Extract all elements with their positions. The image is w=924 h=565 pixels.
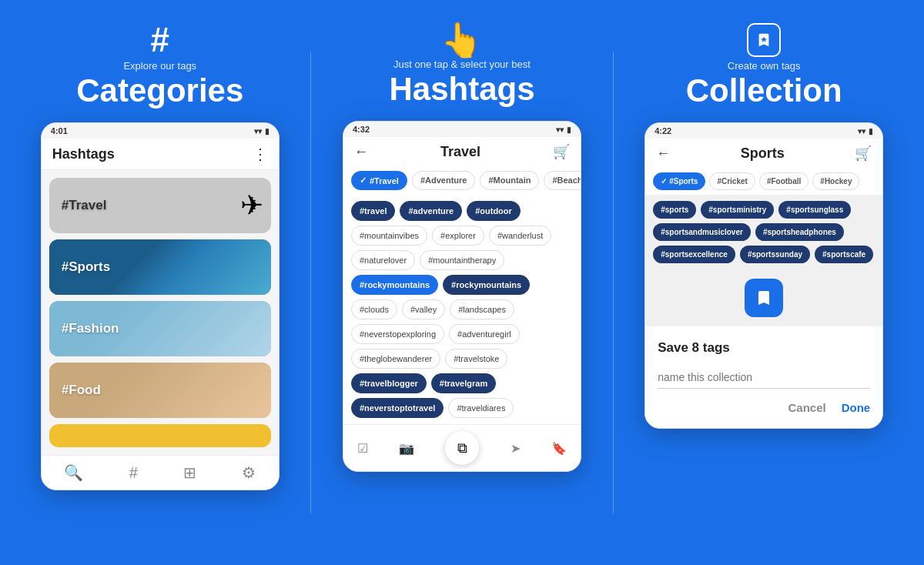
cart-icon-3[interactable]: 🛒 xyxy=(855,145,872,162)
divider-2 xyxy=(613,52,614,513)
sports-tab-label: #Sports xyxy=(669,177,698,186)
tag-travelgram[interactable]: #travelgram xyxy=(431,373,496,393)
status-bar-1: 4:01 ▾▾ ▮ xyxy=(42,123,279,139)
collection-header: Create own tags Collection xyxy=(686,23,842,109)
cart-icon-2[interactable]: 🛒 xyxy=(553,143,570,160)
status-icons-3: ▾▾ ▮ xyxy=(858,127,873,135)
tag-neverstopexploring[interactable]: #neverstopexploring xyxy=(351,324,444,344)
hash-nav-icon[interactable]: # xyxy=(129,464,138,482)
save-dialog: Save 8 tags Cancel Done xyxy=(645,326,882,428)
app-title-1: Hashtags xyxy=(52,146,115,162)
sports-tag-1[interactable]: #sportsministry xyxy=(701,201,774,219)
cancel-button[interactable]: Cancel xyxy=(788,401,825,414)
tab-travel-label: #Travel xyxy=(370,176,399,186)
bookmark-action-icon[interactable]: 🔖 xyxy=(551,441,567,456)
tab-beach[interactable]: #Beach xyxy=(544,171,581,190)
tab-bar-2: ✓ #Travel #Adventure #Mountain #Beach xyxy=(343,166,581,195)
category-fashion[interactable]: #Fashion xyxy=(49,301,271,356)
category-travel-label: #Travel xyxy=(49,198,107,213)
hashtags-section: 👆 Just one tap & select your best Hashta… xyxy=(323,23,601,472)
category-fashion-label: #Fashion xyxy=(49,321,119,336)
search-nav-icon[interactable]: 🔍 xyxy=(64,463,83,482)
app-title-2: Travel xyxy=(440,144,480,160)
tag-globewanderer[interactable]: #theglobewanderer xyxy=(351,349,440,369)
tag-travelstoke[interactable]: #travelstoke xyxy=(445,349,507,369)
collection-icon xyxy=(747,23,781,57)
sports-tags: #sports #sportsministry #sportsunglass #… xyxy=(645,195,882,269)
tag-rockymountains2[interactable]: #rockymountains xyxy=(443,275,530,295)
tag-travelblogger[interactable]: #travelblogger xyxy=(351,373,427,393)
sports-tag-6[interactable]: #sportssunday xyxy=(740,246,810,263)
collection-title: Collection xyxy=(686,73,842,109)
sports-tab-sports[interactable]: ✓ #Sports xyxy=(653,172,705,190)
tab-travel[interactable]: ✓ #Travel xyxy=(351,171,407,190)
collection-fab[interactable] xyxy=(745,279,783,317)
bookmark-svg xyxy=(755,32,772,48)
back-button-3[interactable]: ← xyxy=(656,145,670,162)
category-sports[interactable]: #Sports xyxy=(49,239,271,295)
sports-tag-4[interactable]: #sportsheadphones xyxy=(755,223,844,241)
tag-landscapes[interactable]: #landscapes xyxy=(450,299,514,319)
tag-traveldiares[interactable]: #traveldiares xyxy=(448,398,514,418)
status-time-1: 4:01 xyxy=(51,126,68,135)
battery-icon-1: ▮ xyxy=(265,127,270,135)
status-bar-3: 4:22 ▾▾ ▮ xyxy=(645,123,882,139)
tag-mountaintherapy[interactable]: #mountaintherapy xyxy=(420,250,504,270)
tab-adventure[interactable]: #Adventure xyxy=(412,171,476,190)
category-food[interactable]: #Food xyxy=(49,363,271,418)
sports-tab-cricket[interactable]: #Cricket xyxy=(709,172,755,190)
back-button-2[interactable]: ← xyxy=(354,144,368,160)
tag-outdoor[interactable]: #outdoor xyxy=(467,201,521,221)
camera-action-icon[interactable]: 📷 xyxy=(399,441,414,456)
categories-title: Categories xyxy=(76,73,243,109)
category-extra xyxy=(49,424,271,447)
travel-plane-icon: ✈ xyxy=(240,189,263,222)
hashtags-content: #travel #adventure #outdoor #mountainvib… xyxy=(343,195,581,424)
sports-tab-bar: ✓ #Sports #Cricket #Football #Hockey xyxy=(645,168,882,195)
tag-adventuregirl[interactable]: #adventuregirl xyxy=(449,324,520,344)
sports-tag-3[interactable]: #sportsandmusiclover xyxy=(653,223,751,241)
categories-list: #Travel ✈ #Sports #Fashion #Food xyxy=(42,170,279,455)
tab-mountain[interactable]: #Mountain xyxy=(480,171,539,190)
save-dialog-title: Save 8 tags xyxy=(658,340,870,356)
tag-wanderlust[interactable]: #wanderlust xyxy=(489,226,551,246)
app-title-3: Sports xyxy=(741,145,785,162)
categories-header: # Explore our tags Categories xyxy=(76,23,243,109)
app-bar-2: ← Travel 🛒 xyxy=(343,137,581,166)
tag-clouds[interactable]: #clouds xyxy=(351,299,397,319)
hash-icon: # xyxy=(151,23,169,57)
tag-explorer[interactable]: #explorer xyxy=(432,226,484,246)
sports-tag-5[interactable]: #sportsexcellence xyxy=(653,246,735,263)
status-time-3: 4:22 xyxy=(654,126,671,135)
app-bar-3: ← Sports 🛒 xyxy=(645,139,882,168)
tag-valley[interactable]: #valley xyxy=(402,299,445,319)
tag-naturelover[interactable]: #naturelover xyxy=(351,250,415,270)
categories-phone: 4:01 ▾▾ ▮ Hashtags ⋮ #Travel ✈ #Sports xyxy=(41,122,280,490)
copy-button[interactable]: ⧉ xyxy=(445,431,479,465)
tag-rockymountains1[interactable]: #rockymountains xyxy=(351,275,438,295)
hashtags-phone: 4:32 ▾▾ ▮ ← Travel 🛒 ✓ #Travel #Adventur… xyxy=(343,121,581,472)
grid-nav-icon[interactable]: ⊞ xyxy=(183,463,196,482)
wifi-icon-3: ▾▾ xyxy=(858,127,865,135)
sports-tag-7[interactable]: #sportscafe xyxy=(815,246,873,263)
sports-tag-2[interactable]: #sportsunglass xyxy=(778,201,851,219)
hashtags-subtitle: Just one tap & select your best xyxy=(393,59,531,70)
check-action-icon[interactable]: ☑ xyxy=(357,441,368,456)
sports-tab-hockey[interactable]: #Hockey xyxy=(812,172,859,190)
collection-phone: 4:22 ▾▾ ▮ ← Sports 🛒 ✓ #Sports #Cricket … xyxy=(644,122,883,429)
share-action-icon[interactable]: ➤ xyxy=(511,441,521,456)
sports-tab-football[interactable]: #Football xyxy=(759,172,808,190)
category-travel[interactable]: #Travel ✈ xyxy=(49,178,271,233)
status-icons-1: ▾▾ ▮ xyxy=(254,127,270,135)
tag-travel[interactable]: #travel xyxy=(351,201,395,221)
tab-active-check: ✓ xyxy=(360,176,367,186)
menu-icon-1[interactable]: ⋮ xyxy=(253,145,268,163)
sports-tag-0[interactable]: #sports xyxy=(653,201,696,219)
tag-neverstoptotravel[interactable]: #neverstoptotravel xyxy=(351,398,444,418)
collection-name-input[interactable] xyxy=(658,366,870,389)
tag-mountainvibes[interactable]: #mountainvibes xyxy=(351,226,427,246)
done-button[interactable]: Done xyxy=(842,401,871,414)
tag-adventure[interactable]: #adventure xyxy=(400,201,462,221)
collection-section: Create own tags Collection 4:22 ▾▾ ▮ ← S… xyxy=(625,23,902,429)
settings-nav-icon[interactable]: ⚙ xyxy=(242,463,256,482)
